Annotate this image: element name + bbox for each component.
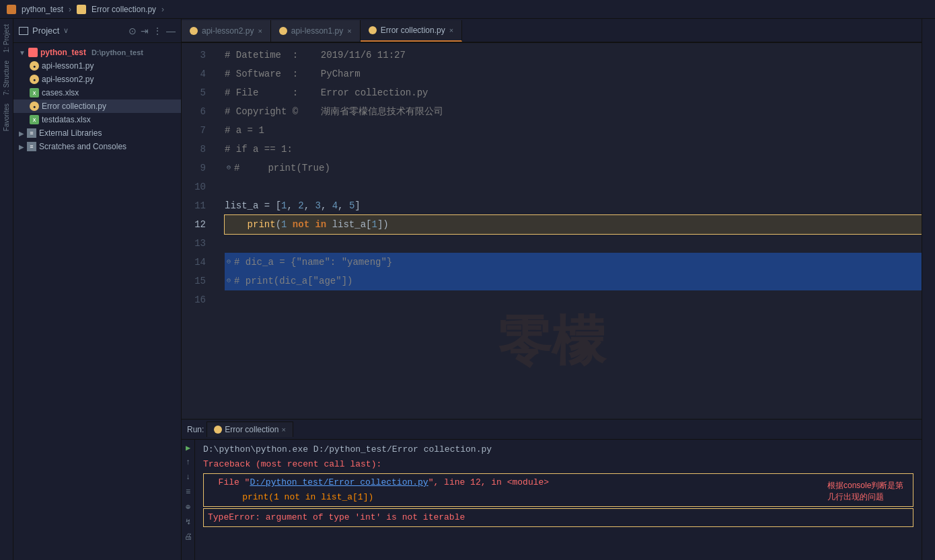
root-folder-icon <box>28 48 38 57</box>
tab-error-collection[interactable]: Error collection.py × <box>361 20 462 42</box>
file-icon <box>77 5 86 14</box>
run-down-button[interactable]: ↓ <box>183 472 194 483</box>
code-editor[interactable]: 3 4 5 6 7 8 9 10 11 12 13 14 15 16 <box>182 43 922 419</box>
file-label-error-collection: Error collection.py <box>42 102 106 111</box>
minimize-icon[interactable]: — <box>166 26 176 36</box>
run-print-button[interactable]: 🖨 <box>183 531 194 542</box>
project-chevron[interactable]: ∨ <box>63 26 69 35</box>
code-content[interactable]: # Datetime : 2019/11/6 11:27 # Software … <box>214 43 922 419</box>
code-text-6: # Copyright © 湖南省零檬信息技术有限公司 <box>225 102 443 121</box>
tab-close-1[interactable]: × <box>258 27 262 35</box>
bottom-tab-error-collection[interactable]: Error collection × <box>207 422 293 437</box>
sidebar-tab-project[interactable]: 1: Project <box>1 22 11 55</box>
breadcrumb-sep: › <box>69 5 71 14</box>
run-wrap-button[interactable]: ≡ <box>183 487 194 497</box>
line-num-14: 14 <box>182 253 206 272</box>
run-tab-label: Error collection <box>225 425 278 434</box>
line-num-12: 12 <box>182 215 206 234</box>
tab-label-3: Error collection.py <box>381 26 445 35</box>
code-line-13 <box>225 234 922 253</box>
line-num-7: 7 <box>182 121 206 140</box>
fold-icon-14[interactable]: ⊖ <box>225 258 233 266</box>
tree-item-external-libs[interactable]: ▶ ≡ External Libraries <box>13 126 181 140</box>
file-label-api-lesson2: api-lesson2.py <box>42 75 94 84</box>
code-print-12: print <box>225 215 276 234</box>
tree-item-cases-xlsx[interactable]: X cases.xlsx <box>13 86 181 99</box>
fold-icon-15[interactable]: ⊖ <box>225 277 233 285</box>
project-name: python_test <box>22 5 63 14</box>
root-path: D:\python_test <box>91 48 143 56</box>
tab-api-lesson2[interactable]: api-lesson2.py × <box>182 20 271 42</box>
code-text-3: # Datetime : 2019/11/6 11:27 <box>225 46 406 65</box>
code-line-14: ⊖ # dic_a = {"name": "yameng"} <box>225 253 922 272</box>
run-label: Run: <box>187 425 204 434</box>
settings-icon[interactable]: ⊙ <box>128 26 137 36</box>
code-text-9: # print(True) <box>234 159 330 177</box>
console-output[interactable]: D:\python\python.exe D:/python_test/Erro… <box>195 440 922 560</box>
console-file-line: File "D:/python_test/Error collection.py… <box>208 475 909 490</box>
run-tab-close[interactable]: × <box>281 426 285 434</box>
project-tree: ▼ python_test D:\python_test ● api-lesso… <box>13 43 181 560</box>
run-stop-button[interactable]: ↯ <box>183 516 194 527</box>
line-num-11: 11 <box>182 196 206 215</box>
line-num-8: 8 <box>182 140 206 159</box>
label-scratches: Scratches and Consoles <box>39 142 126 151</box>
fold-icon-9[interactable]: ⊖ <box>225 164 233 172</box>
folder-icon <box>19 27 28 35</box>
code-line-11: list_a = [ 1 , 2 , 3 , 4 , 5 ] <box>225 196 922 215</box>
console-line-traceback: Traceback (most recent call last): <box>203 457 913 472</box>
run-play-button[interactable]: ▶ <box>183 442 194 453</box>
tree-item-api-lesson2[interactable]: ● api-lesson2.py <box>13 73 181 86</box>
code-text-5: # File : Error collection.py <box>225 83 428 102</box>
py-icon-3: ● <box>30 102 39 111</box>
project-title: Project <box>32 26 59 36</box>
tree-item-testdatas-xlsx[interactable]: X testdatas.xlsx <box>13 113 181 126</box>
collapse-icon[interactable]: ⇥ <box>141 26 149 36</box>
bottom-tab-bar: Run: Error collection × <box>182 419 922 440</box>
code-line-8: # if a == 1: <box>225 140 922 159</box>
scratches-icon: ≡ <box>27 142 36 151</box>
file-label-testdatas: testdatas.xlsx <box>42 115 91 124</box>
tree-item-error-collection[interactable]: ● Error collection.py <box>13 99 181 113</box>
tab-api-lesson1[interactable]: api-lesson1.py × <box>271 20 361 42</box>
run-add-button[interactable]: ⊕ <box>183 502 194 512</box>
code-line-7: # a = 1 <box>225 121 922 140</box>
code-var-11: list_a <box>225 196 258 215</box>
code-text-4: # Software : PyCharm <box>225 65 361 83</box>
tree-item-scratches[interactable]: ▶ ≡ Scratches and Consoles <box>13 140 181 153</box>
sidebar-tab-favorites[interactable]: Favorites <box>1 101 11 134</box>
console-error-box-1: File "D:/python_test/Error collection.py… <box>203 473 913 507</box>
code-line-5: # File : Error collection.py <box>225 83 922 102</box>
tab-bar: api-lesson2.py × api-lesson1.py × Error … <box>182 19 922 43</box>
project-panel: Project ∨ ⊙ ⇥ ⋮ — ▼ python_test D:\pytho… <box>13 19 182 560</box>
console-print-line: print(1 not in list_a[1]) <box>208 490 909 505</box>
xlsx-icon-1: X <box>30 88 39 97</box>
library-icon: ≡ <box>27 128 36 138</box>
tab-icon-3 <box>369 26 377 34</box>
code-line-16 <box>225 290 922 309</box>
tab-close-2[interactable]: × <box>347 27 351 35</box>
run-up-button[interactable]: ↑ <box>183 457 194 468</box>
tab-close-3[interactable]: × <box>449 26 453 34</box>
more-icon[interactable]: ⋮ <box>153 26 162 36</box>
breadcrumb-arrow: › <box>161 5 164 14</box>
line-num-6: 6 <box>182 102 206 121</box>
line-num-4: 4 <box>182 65 206 83</box>
sidebar-tab-structure[interactable]: 7: Structure <box>1 58 11 98</box>
tree-item-root[interactable]: ▼ python_test D:\python_test <box>13 46 181 59</box>
console-path-link[interactable]: D:/python_test/Error collection.py <box>250 477 428 487</box>
editor-area: api-lesson2.py × api-lesson1.py × Error … <box>182 19 922 560</box>
left-sidebar-strip: 1: Project 7: Structure Favorites <box>0 19 13 560</box>
tree-item-api-lesson1[interactable]: ● api-lesson1.py <box>13 59 181 73</box>
title-filename: Error collection.py <box>91 5 156 14</box>
main-layout: 1: Project 7: Structure Favorites Projec… <box>0 19 935 560</box>
line-num-13: 13 <box>182 234 206 253</box>
console-error-box-2: TypeError: argument of type 'int' is not… <box>203 508 913 527</box>
code-text-10 <box>225 177 230 196</box>
bottom-panel: Run: Error collection × ▶ ↑ ↓ ≡ ⊕ <box>182 419 922 560</box>
code-line-3: # Datetime : 2019/11/6 11:27 <box>225 46 922 65</box>
line-num-15: 15 <box>182 272 206 290</box>
line-numbers: 3 4 5 6 7 8 9 10 11 12 13 14 15 16 <box>182 43 214 419</box>
line-num-16: 16 <box>182 290 206 309</box>
file-label-cases: cases.xlsx <box>42 88 79 97</box>
